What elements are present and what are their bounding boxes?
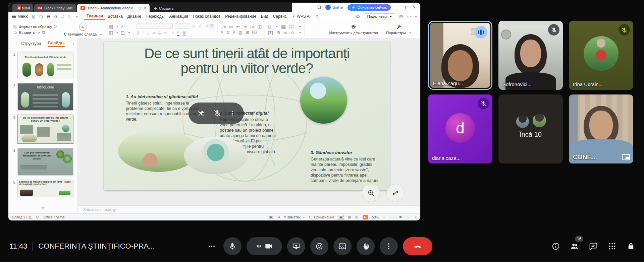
underline-button[interactable]: U	[147, 31, 150, 36]
undo-icon[interactable]: ↺	[61, 14, 65, 19]
tab-home[interactable]: W Главная	[12, 4, 33, 12]
update-now-button[interactable]: ⚡ Обновить сейчас	[347, 4, 391, 11]
align-left-icon[interactable]: ≡	[221, 30, 223, 35]
add-slide-button[interactable]: +	[8, 203, 77, 213]
slide-thumb-5[interactable]: 5 Exemple de măsuri ecologice din lume -…	[8, 178, 77, 199]
window-mode-icon[interactable]: ❐	[317, 5, 321, 10]
view-slide-sorter-icon[interactable]: ⊞	[348, 215, 351, 219]
insert-image-icon[interactable]: ▦	[281, 24, 286, 29]
play-from-current-button[interactable]: С текущего слайда	[64, 32, 102, 36]
tile-options-icon[interactable]	[229, 110, 235, 116]
activities-grid-icon[interactable]	[608, 242, 616, 251]
participant-tile-conf[interactable]: CONF...	[569, 94, 633, 163]
insert-chart-icon[interactable]: ◱	[289, 24, 294, 29]
insert-table-icon[interactable]: ⊞	[276, 30, 280, 35]
tab-slides[interactable]: Слайды	[48, 41, 65, 47]
new-slide-icon[interactable]: ▤	[108, 24, 113, 29]
align-right-icon[interactable]: ≡	[233, 30, 235, 35]
collapse-panel-icon[interactable]: ‹	[73, 41, 74, 46]
expand-fullscreen-button[interactable]	[386, 184, 405, 202]
indent-icon[interactable]: ⇥	[243, 24, 247, 29]
present-screen-button[interactable]	[287, 237, 305, 255]
tab-outline[interactable]: Структура	[21, 41, 41, 46]
play-from-status-icon[interactable]: ▶	[363, 215, 368, 219]
copy-icon[interactable]: ⧉	[42, 30, 45, 35]
slide-thumb-4[interactable]: 4 Cum pot tinerii deveni ambasadori ai v…	[8, 146, 77, 178]
highlight-color-button[interactable]: ▣	[182, 30, 186, 36]
new-file-icon[interactable]	[32, 14, 36, 19]
ribbon-tab-view[interactable]: Вид	[259, 13, 271, 20]
ribbon-tab-review[interactable]: Рецензирование	[223, 13, 259, 20]
view-reading-icon[interactable]	[355, 215, 359, 219]
superscript-button[interactable]: x²	[164, 31, 167, 36]
close-tab-icon[interactable]: ×	[144, 6, 146, 10]
print-icon[interactable]	[46, 14, 51, 19]
close-window-icon[interactable]: ×	[413, 5, 416, 10]
zoom-slider-thumb[interactable]	[399, 216, 402, 218]
minimize-icon[interactable]	[397, 6, 400, 9]
new-tab-button[interactable]: + Создать	[151, 5, 177, 11]
justify-icon[interactable]: ▤	[238, 30, 243, 35]
menu-button[interactable]: Меню	[12, 14, 28, 19]
chat-icon[interactable]	[589, 242, 598, 251]
font-color-button[interactable]: A	[177, 30, 179, 36]
meeting-details-icon[interactable]	[551, 242, 560, 251]
duplicate-slide-icon[interactable]: ▥	[108, 30, 113, 35]
save-icon[interactable]	[39, 14, 43, 19]
tab-presentation[interactable]: P Tinerii - Ambasadorii viitorul... ×	[77, 4, 150, 12]
line-spacing-icon[interactable]: ↕≡	[250, 24, 254, 29]
camera-options-chevron-icon[interactable]	[256, 243, 262, 249]
monitor-icon[interactable]	[138, 6, 141, 10]
restore-icon[interactable]	[405, 6, 408, 9]
print-preview-icon[interactable]	[54, 14, 58, 19]
slide-thumb-1[interactable]: 1 Tinerii – Ambasadorii Viitorului Verde	[8, 50, 77, 81]
ribbon-tab-insert[interactable]: Вставка	[105, 13, 125, 20]
raise-hand-button[interactable]	[357, 237, 375, 255]
more-options-icon[interactable]: ⋯	[407, 14, 411, 19]
host-controls-lock-icon[interactable]	[627, 242, 635, 251]
ribbon-tab-slideshow[interactable]: Показ слайдов	[191, 13, 223, 20]
slide-layout-icon[interactable]: ⊡	[120, 24, 125, 29]
columns-icon[interactable]: ◫	[257, 24, 261, 29]
participant-tile-elena[interactable]: Elena Zagu...	[428, 21, 492, 90]
end-call-button[interactable]	[403, 237, 432, 255]
more-participants-tile[interactable]: Încă 10	[498, 94, 563, 163]
insert-media-icon[interactable]: ▭	[283, 30, 287, 35]
student-tools-button[interactable]: Инструменты для студентов	[325, 22, 382, 37]
slide-thumb-2[interactable]: 2 Introducere	[8, 81, 77, 113]
text-box-icon[interactable]: [T]	[268, 30, 273, 35]
zoom-slider[interactable]	[389, 217, 411, 217]
find-icon[interactable]	[291, 31, 294, 35]
zoom-level[interactable]: 53%	[372, 215, 379, 219]
slide-thumb-3-selected[interactable]: 3 De ce sunt tinerii atât de importanți …	[8, 113, 77, 146]
ribbon-tab-design[interactable]: Дизайн	[125, 13, 143, 20]
options-button[interactable]: Параметры	[382, 22, 415, 37]
camera-button[interactable]	[247, 237, 282, 255]
decrease-font-icon[interactable]: A⁻	[199, 24, 204, 28]
font-size-select[interactable]	[175, 23, 190, 29]
theme-name[interactable]: Office Theme	[44, 215, 65, 219]
zoom-in-icon[interactable]: +	[415, 215, 417, 219]
slide-notes-bar[interactable]: Заметки к слайду	[78, 205, 420, 213]
captions-button[interactable]	[333, 237, 352, 255]
strike-s-button[interactable]: S	[158, 31, 161, 36]
clear-format-icon[interactable]: A⌫	[206, 24, 214, 28]
ribbon-tab-tools[interactable]: Сервис	[271, 13, 289, 20]
zoom-in-overlay-button[interactable]	[362, 184, 380, 202]
ribbon-tab-animation[interactable]: Анимация	[167, 13, 190, 20]
participant-tile-sofronovici[interactable]: Sofronovici...	[498, 21, 563, 90]
login-button[interactable]: 👤 Войти	[325, 5, 343, 10]
ribbon-tab-transitions[interactable]: Переходы	[143, 13, 167, 20]
italic-button[interactable]: I	[143, 31, 144, 36]
numbered-list-icon[interactable]: ≔	[229, 24, 233, 29]
cut-scissors-icon[interactable]	[54, 25, 58, 28]
zoom-out-icon[interactable]: −	[383, 215, 385, 219]
play-slideshow-button[interactable]: ▶	[79, 23, 87, 31]
notes-toggle-button[interactable]: ≡Заметки	[284, 215, 305, 219]
paste-button[interactable]: Вставить	[19, 30, 35, 35]
bold-button[interactable]: B	[137, 31, 140, 36]
ribbon-tab-wps-ai[interactable]: WPS AI	[289, 13, 313, 20]
distribute-icon[interactable]: ⊞	[246, 30, 249, 35]
participant-tile-diana[interactable]: d diana caza...	[428, 94, 492, 163]
align-center-icon[interactable]: ≣	[226, 30, 230, 35]
